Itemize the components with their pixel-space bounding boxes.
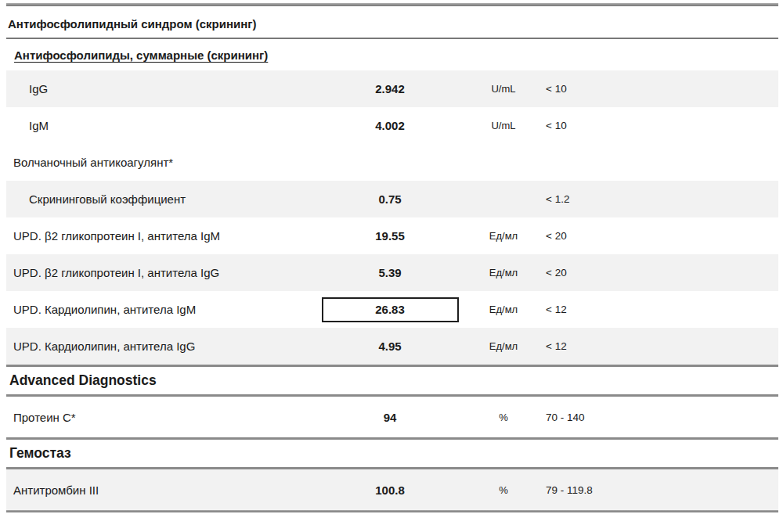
row-value: 5.39 [304,266,476,279]
row-unit: % [476,484,531,496]
row-label: UPD. β2 гликопротеин I, антитела IgG [6,266,304,279]
row-unit: Ед/мл [476,340,531,352]
row-label: Протеин C* [6,411,304,424]
result-value-box: 26.83 [322,297,459,322]
row-reference-range: < 20 [531,267,778,279]
row-unit: Ед/мл [476,267,531,279]
row-unit: % [476,412,531,423]
result-row: Скрининговый коэффициент0.75< 1.2 [6,181,778,217]
row-unit: U/mL [476,83,531,95]
row-unit: Ед/мл [476,230,531,242]
row-unit: Ед/мл [476,304,531,315]
row-reference-range: < 1.2 [531,193,778,205]
row-value: 0.75 [304,192,476,206]
row-reference-range: 70 - 140 [531,412,778,423]
row-reference-range: < 12 [531,304,778,315]
row-label: UPD. β2 гликопротеин I, антитела IgM [6,229,304,243]
row-label: UPD. Кардиолипин, антитела IgM [6,303,304,316]
subsection-title: Антифосфолипиды, суммарные (скрининг) [6,39,778,70]
result-row: UPD. Кардиолипин, антитела IgG4.95Ед/мл<… [6,328,778,365]
row-value: 100.8 [304,483,476,497]
result-row: UPD. β2 гликопротеин I, антитела IgG5.39… [6,254,778,291]
section-header: Advanced Diagnostics [6,365,778,397]
row-value-cell: 26.83 [304,297,476,322]
result-row: IgG2.942U/mL< 10 [6,70,778,107]
row-unit: U/mL [476,120,531,131]
row-label: Антитромбин III [6,483,304,497]
row-label: IgG [6,82,304,95]
row-reference-range: < 10 [531,83,778,95]
group-label: Волчаночный антикоагулянт* [6,144,778,181]
row-value: 2.942 [304,82,476,95]
result-row: Антитромбин III100.8%79 - 119.8 [6,469,778,510]
result-row: Протеин C*94%70 - 140 [6,397,778,437]
result-row: IgM4.002U/mL< 10 [6,107,778,144]
row-reference-range: < 10 [531,120,778,131]
row-value: 19.55 [304,229,476,243]
section-title-text: Антифосфолипидный синдром (скрининг) [8,17,257,31]
row-reference-range: < 20 [531,230,778,242]
row-value: 4.95 [304,340,476,353]
bottom-rule [6,510,778,512]
row-label: Скрининговый коэффициент [6,192,304,206]
row-label: UPD. Кардиолипин, антитела IgG [6,340,304,353]
row-value: 4.002 [304,119,476,132]
section-header: Гемостаз [6,437,778,469]
result-row: UPD. β2 гликопротеин I, антитела IgM19.5… [6,217,778,254]
row-reference-range: 79 - 119.8 [531,484,778,496]
section-title: Антифосфолипидный синдром (скрининг) [6,6,778,39]
row-label: IgM [6,119,304,132]
subsection-title-text: Антифосфолипиды, суммарные (скрининг) [14,49,268,62]
report-body: Антифосфолипидный синдром (скрининг)Анти… [6,6,778,510]
result-row: UPD. Кардиолипин, антитела IgM26.83Ед/мл… [6,291,778,328]
row-reference-range: < 12 [531,340,778,352]
lab-report: Антифосфолипидный синдром (скрининг)Анти… [6,3,778,512]
row-value: 94 [304,411,476,424]
